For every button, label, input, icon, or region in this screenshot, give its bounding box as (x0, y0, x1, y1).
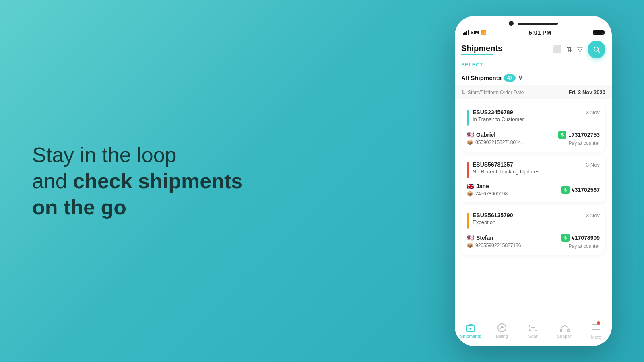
sort-icon[interactable]: ⇅ (566, 45, 572, 54)
status-text-2: No Recent Tracking Updates (473, 169, 600, 175)
filter-label: All Shipments (461, 74, 502, 81)
nav-item-more[interactable]: More (584, 322, 608, 339)
nav-label-shipments: Shipments (460, 334, 481, 339)
courier-row-2: 📦 245678900198 (467, 191, 508, 197)
scan-nav-icon (528, 323, 538, 333)
flag-icon-3: 🇺🇸 (467, 234, 474, 241)
card-date-3: 3 Nov (586, 212, 600, 218)
nav-label-more: More (591, 335, 601, 339)
status-left: SIM 📶 (463, 30, 487, 35)
filter-icon[interactable]: ▽ (577, 45, 583, 54)
toolbar: SELECT (455, 58, 612, 71)
card-info-2: ESUS56781357 3 Nov No Recent Tracking Up… (473, 161, 600, 175)
courier-tracking-1: 05590221582718014.. (475, 140, 524, 145)
shipment-card-2[interactable]: ESUS56781357 3 Nov No Recent Tracking Up… (461, 156, 605, 202)
copy-icon[interactable]: ⬜ (553, 45, 561, 54)
payment-label-1: Pay at counter (569, 140, 600, 146)
date-header: ⇅ Store/Platform Order Date Fri, 3 Nov 2… (455, 85, 612, 99)
support-nav-icon (560, 323, 570, 333)
phone-mockup: SIM 📶 5:01 PM Shipments ⬜ ⇅ ▽ (455, 16, 612, 346)
card-info-3: ESUS56135790 3 Nov Exception (473, 212, 600, 225)
notification-dot (597, 321, 600, 325)
card-info-1: ESUS23456789 3 Nov In Transit to Custome… (473, 109, 600, 122)
camera-dot (509, 21, 514, 26)
hero-line1: Stay in the loop (32, 143, 176, 167)
notch-bar (518, 23, 558, 25)
status-text-3: Exception (473, 219, 600, 225)
hero-section: Stay in the loop and check shipments on … (32, 142, 274, 220)
status-bar: SIM 📶 5:01 PM (455, 27, 612, 38)
order-id-row-1: $ ..731702753 (558, 131, 600, 139)
courier-tracking-3: 92055902215827186 (475, 243, 521, 248)
order-info-1: $ ..731702753 Pay at counter (558, 131, 600, 146)
customer-info-1: 🇺🇸 Gabriel 📦 05590221582718014.. (467, 132, 524, 145)
customer-row-3: 🇺🇸 Stefan (467, 234, 521, 241)
filter-bar[interactable]: All Shipments 47 ∨ (455, 71, 612, 85)
status-indicator-3 (467, 213, 469, 229)
shipment-card-1[interactable]: ESUS23456789 3 Nov In Transit to Custome… (461, 103, 605, 152)
status-indicator-1 (467, 110, 469, 126)
card-date-1: 3 Nov (586, 109, 600, 115)
search-button[interactable] (588, 41, 605, 58)
order-id-row-2: $ #31702567 (561, 186, 600, 194)
search-icon (593, 46, 600, 53)
order-number-3: #17078909 (572, 234, 600, 241)
bottom-nav: Shipments Billing Scan (455, 318, 612, 346)
customer-info-2: 🇬🇧 Jane 📦 245678900198 (467, 183, 508, 197)
nav-item-scan[interactable]: Scan (521, 323, 545, 339)
card-bottom-1: 🇺🇸 Gabriel 📦 05590221582718014.. $ ..731… (467, 131, 600, 146)
nav-item-billing[interactable]: Billing (490, 323, 514, 339)
nav-item-support[interactable]: Support (553, 323, 577, 339)
phone-body: SIM 📶 5:01 PM Shipments ⬜ ⇅ ▽ (455, 16, 612, 346)
phone-notch (455, 16, 612, 27)
card-top-3: ESUS56135790 3 Nov Exception (467, 212, 600, 229)
order-icon-3: $ (561, 234, 570, 242)
svg-rect-7 (560, 329, 562, 332)
order-id-row-3: $ #17078909 (561, 234, 600, 242)
courier-icon-3: 📦 (467, 243, 473, 248)
shipments-nav-icon (466, 323, 475, 333)
shipment-card-3[interactable]: ESUS56135790 3 Nov Exception 🇺🇸 Stefan (461, 206, 605, 255)
customer-name-2: Jane (476, 183, 489, 189)
tracking-id-1: ESUS23456789 (473, 109, 513, 115)
card-top-1: ESUS23456789 3 Nov In Transit to Custome… (467, 109, 600, 126)
sort-icon-small: ⇅ (461, 90, 465, 95)
sort-label: ⇅ Store/Platform Order Date (461, 90, 524, 95)
status-text-1: In Transit to Customer (473, 116, 600, 122)
wifi-icon: 📶 (481, 30, 487, 35)
order-number-1: ..731702753 (568, 132, 600, 138)
courier-icon-1: 📦 (467, 140, 473, 145)
courier-icon-2: 📦 (467, 191, 473, 197)
hero-line2: and check shipments (32, 169, 243, 193)
card-date-2: 3 Nov (586, 162, 600, 168)
tracking-id-3: ESUS56135790 (473, 212, 513, 218)
customer-row-2: 🇬🇧 Jane (467, 183, 508, 189)
title-area: Shipments (461, 44, 553, 55)
courier-tracking-2: 245678900198 (475, 191, 508, 197)
svg-rect-8 (568, 329, 569, 332)
status-indicator-2 (467, 162, 469, 178)
flag-icon-1: 🇺🇸 (467, 132, 474, 138)
nav-label-billing: Billing (496, 334, 508, 339)
order-icon-1: $ (558, 131, 566, 139)
order-number-2: #31702567 (572, 187, 600, 193)
card-bottom-3: 🇺🇸 Stefan 📦 92055902215827186 $ #1707890… (467, 234, 600, 249)
payment-label-3: Pay at counter (569, 243, 600, 249)
courier-row-1: 📦 05590221582718014.. (467, 140, 524, 145)
app-header: Shipments ⬜ ⇅ ▽ (455, 38, 612, 58)
date-display: Fri, 3 Nov 2020 (568, 89, 605, 95)
title-underline (461, 54, 493, 55)
customer-name-3: Stefan (476, 234, 493, 241)
tracking-row-1: ESUS23456789 3 Nov (473, 109, 600, 115)
billing-nav-icon (497, 323, 507, 333)
chevron-down-icon: ∨ (518, 74, 523, 82)
nav-item-shipments[interactable]: Shipments (458, 323, 483, 339)
order-info-2: $ #31702567 (561, 186, 600, 194)
select-button[interactable]: SELECT (461, 62, 483, 68)
order-info-3: $ #17078909 Pay at counter (561, 234, 600, 249)
flag-icon-2: 🇬🇧 (467, 183, 474, 189)
card-top-2: ESUS56781357 3 Nov No Recent Tracking Up… (467, 161, 600, 178)
filter-left: All Shipments 47 ∨ (461, 74, 523, 82)
filter-count: 47 (504, 74, 516, 82)
page-title: Shipments (461, 44, 553, 53)
